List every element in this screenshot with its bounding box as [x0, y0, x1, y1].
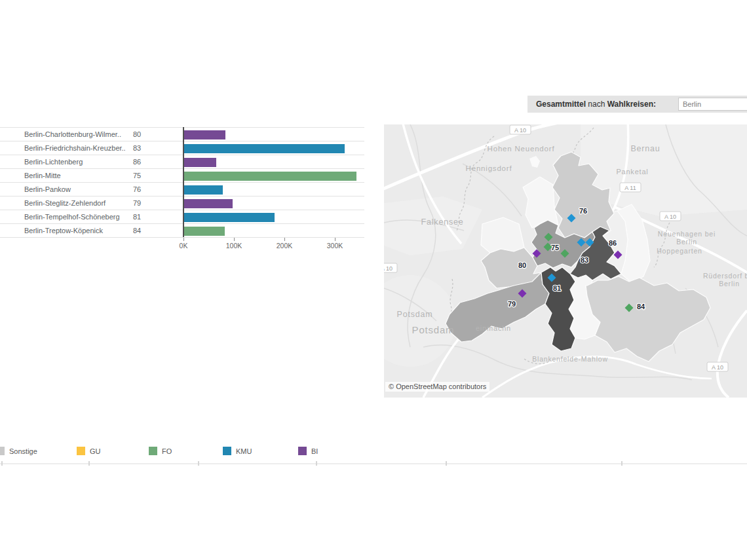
row-number-value: 75: [133, 169, 141, 183]
district-value-label: 84: [637, 303, 645, 310]
row-category-label: Berlin-Pankow: [24, 183, 129, 196]
row-number-value: 79: [133, 196, 141, 210]
wahlkreis-filter-input[interactable]: [678, 98, 747, 111]
row-number-value: 86: [133, 155, 141, 169]
table-row: Berlin-Mitte75: [0, 168, 364, 182]
district-value-label: 80: [518, 261, 526, 269]
place-label: Panketal: [616, 168, 648, 176]
bottom-divider-tick: [316, 461, 317, 466]
district-value-label: 79: [508, 300, 516, 308]
district-value-label: 86: [609, 239, 617, 247]
row-category-label: Berlin-Charlottenburg-Wilmer..: [24, 128, 129, 141]
legend-swatch: [149, 447, 157, 455]
row-category-label: Berlin-Friedrichshain-Kreuzber..: [24, 141, 129, 155]
place-label: Hohen Neuendorf: [488, 145, 555, 153]
place-label: Neuenhagen bei: [658, 230, 716, 238]
x-axis-tick: [234, 238, 235, 241]
legend-label: Sonstige: [9, 447, 37, 455]
bar-mark[interactable]: [184, 185, 223, 195]
place-label: Rüdersdorf bei: [703, 272, 747, 280]
row-category-label: Berlin-Steglitz-Zehlendorf: [24, 196, 129, 210]
bar-mark[interactable]: [184, 158, 216, 167]
row-number-value: 81: [133, 210, 141, 224]
bottom-divider-tick: [88, 461, 90, 466]
district-value-label: 75: [551, 244, 559, 252]
bottom-divider-tick: [446, 461, 447, 466]
bottom-divider: [0, 463, 747, 464]
legend-item-fo[interactable]: FO: [149, 447, 172, 455]
legend-swatch: [298, 447, 307, 455]
bar-mark[interactable]: [184, 172, 356, 181]
district-value-label: 81: [553, 284, 561, 292]
place-label: einmachn: [476, 324, 511, 332]
gesamtmittel-bar-chart: Berlin-Charlottenburg-Wilmer..80Berlin-F…: [0, 127, 364, 238]
berlin-map[interactable]: A 10A 11A 10A 10A 10 Hohen NeuendorfHenn…: [384, 124, 747, 398]
place-label: Berlin: [676, 238, 697, 246]
district-reinickendorf[interactable]: [523, 177, 558, 228]
place-label: Berlin: [719, 280, 740, 288]
district-value-label: 83: [581, 256, 588, 264]
table-row: Berlin-Tempelhof-Schöneberg81: [0, 210, 364, 223]
x-axis-tick: [183, 238, 184, 241]
x-axis-tick: [335, 238, 335, 241]
legend-label: GU: [90, 447, 101, 455]
place-label: Potsdam: [397, 310, 433, 319]
bottom-divider-tick: [198, 461, 199, 466]
row-number-value: 83: [133, 141, 141, 155]
map-canvas[interactable]: A 10A 11A 10A 10A 10 Hohen NeuendorfHenn…: [384, 124, 747, 398]
filter-title: Gesamtmittel nach Wahlkreisen:: [536, 100, 656, 109]
legend-item-gu[interactable]: GU: [77, 447, 101, 455]
bar-mark[interactable]: [184, 199, 233, 208]
legend-label: FO: [162, 447, 172, 455]
legend-label: KMU: [236, 447, 252, 455]
legend-item-sonstige[interactable]: Sonstige: [0, 447, 37, 455]
chart-x-axis: 0K100K200K300K: [0, 238, 364, 251]
bottom-divider-tick: [621, 461, 622, 466]
place-label: Hennigsdorf: [466, 164, 512, 172]
x-axis-tick-label: 200K: [277, 242, 293, 250]
legend-label: BI: [311, 447, 318, 455]
bar-mark[interactable]: [184, 144, 345, 153]
place-label: Potsdam: [412, 324, 455, 335]
place-label: Blankenfelde-Mahlow: [532, 355, 608, 363]
road-badge: A 10: [510, 125, 531, 134]
x-axis-tick-label: 100K: [226, 242, 242, 250]
row-number-value: 76: [133, 183, 141, 196]
row-category-label: Berlin-Treptow-Köpenick: [24, 224, 129, 238]
svg-text:A 10: A 10: [384, 265, 393, 272]
row-number-value: 84: [133, 224, 141, 238]
x-axis-tick-label: 300K: [327, 242, 343, 250]
road-badge: A 10: [384, 263, 397, 272]
table-row: Berlin-Treptow-Köpenick84: [0, 223, 364, 237]
district-value-label: 76: [579, 207, 587, 215]
filter-title-dimension: Wahlkreisen:: [607, 100, 656, 109]
x-axis-tick-label: 0K: [180, 242, 188, 250]
place-label: Hoppegarten: [657, 247, 702, 255]
place-label: Bernau: [630, 144, 660, 153]
legend-item-bi[interactable]: BI: [298, 447, 318, 455]
bottom-divider-tick: [1, 461, 3, 466]
row-category-label: Berlin-Tempelhof-Schöneberg: [24, 210, 129, 224]
svg-text:A 10: A 10: [514, 127, 526, 134]
bar-mark[interactable]: [184, 227, 225, 236]
bar-mark[interactable]: [184, 213, 275, 222]
table-row: Berlin-Friedrichshain-Kreuzber..83: [0, 141, 364, 155]
category-legend: SonstigeGUFOKMUBI: [0, 444, 367, 460]
svg-text:A 11: A 11: [624, 185, 636, 191]
row-category-label: Berlin-Mitte: [24, 169, 129, 183]
row-number-value: 80: [133, 128, 141, 141]
filter-title-measure: Gesamtmittel: [536, 100, 586, 109]
legend-item-kmu[interactable]: KMU: [223, 447, 252, 455]
table-row: Berlin-Lichtenberg86: [0, 155, 364, 168]
osm-attribution: © OpenStreetMap contributors: [385, 382, 489, 392]
table-row: Berlin-Pankow76: [0, 182, 364, 196]
svg-text:A 10: A 10: [664, 214, 676, 220]
legend-swatch: [77, 447, 85, 455]
x-axis-tick: [284, 238, 285, 241]
chart-axis-line: [183, 127, 184, 237]
filter-bar: Gesamtmittel nach Wahlkreisen:: [527, 96, 747, 113]
bar-chart-rows: Berlin-Charlottenburg-Wilmer..80Berlin-F…: [0, 127, 364, 238]
table-row: Berlin-Steglitz-Zehlendorf79: [0, 196, 364, 210]
bar-mark[interactable]: [184, 130, 225, 140]
legend-swatch: [223, 447, 231, 455]
